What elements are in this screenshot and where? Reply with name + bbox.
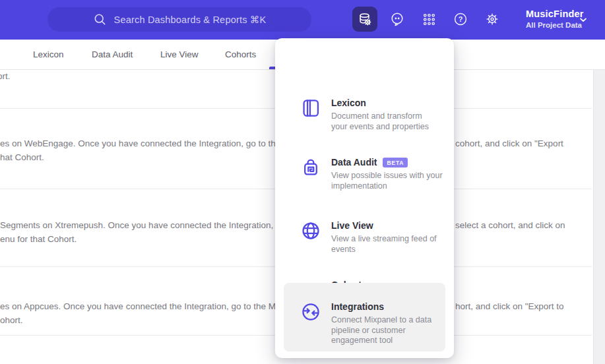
svg-text:?: ? bbox=[459, 15, 463, 23]
content-row-4-text-left: es on Appcues. Once you have connected t… bbox=[0, 301, 276, 311]
data-management-button[interactable] bbox=[352, 7, 377, 32]
menu-item-title: Live View bbox=[331, 220, 451, 231]
content-row-2-text-right: cohort, and click on "Export bbox=[455, 138, 563, 148]
data-audit-lock-icon bbox=[300, 157, 321, 178]
content-row-3-text-left: Segments on Xtremepush. Once you have co… bbox=[0, 220, 273, 230]
chevron-down-icon[interactable] bbox=[578, 15, 589, 25]
search-placeholder: Search Dashboards & Reports ⌘K bbox=[114, 15, 267, 25]
search-input[interactable]: Search Dashboards & Reports ⌘K bbox=[48, 7, 311, 32]
vertical-scrollbar[interactable] bbox=[593, 70, 605, 364]
content-row-3-text-line2: enu for that Cohort. bbox=[0, 234, 77, 244]
data-management-dropdown: Lexicon Document and transform your even… bbox=[275, 38, 454, 358]
search-icon bbox=[93, 13, 107, 26]
feedback-chat-icon bbox=[389, 11, 405, 27]
menu-item-desc: pipeline or customer bbox=[331, 326, 442, 336]
data-management-icon bbox=[357, 11, 373, 27]
feedback-button[interactable] bbox=[385, 7, 410, 32]
project-selector[interactable]: MusicFinder All Project Data bbox=[526, 9, 584, 29]
menu-item-desc: View possible issues with your bbox=[331, 171, 451, 181]
settings-gear-icon bbox=[484, 11, 500, 27]
content-row-2-text-left: es on WebEngage. Once you have connected… bbox=[0, 138, 280, 148]
menu-item-title: Integrations bbox=[331, 301, 442, 312]
content-row-4-text-right: hort, and click on "Export to bbox=[455, 301, 564, 311]
tab-lexicon[interactable]: Lexicon bbox=[33, 49, 64, 59]
tab-data-audit[interactable]: Data Audit bbox=[92, 49, 133, 59]
content-row-2-text-line2: hat Cohort. bbox=[0, 152, 44, 162]
help-icon: ? bbox=[453, 11, 468, 27]
menu-item-desc: implementation bbox=[331, 181, 451, 192]
project-name: MusicFinder bbox=[526, 9, 584, 19]
menu-item-desc: events bbox=[331, 245, 451, 255]
menu-item-desc: Connect Mixpanel to a data bbox=[331, 315, 442, 326]
menu-item-desc: View a live streaming feed of bbox=[331, 234, 451, 245]
content-row-4-text-line2: ohort. bbox=[0, 315, 23, 325]
tab-live-view[interactable]: Live View bbox=[160, 49, 199, 59]
content-row-1-text: ort. bbox=[0, 71, 11, 81]
menu-item-desc: engagement tool bbox=[331, 336, 442, 346]
menu-item-title: Lexicon bbox=[331, 98, 451, 108]
menu-item-title: Data Audit bbox=[331, 157, 377, 167]
menu-item-desc: Document and transform bbox=[331, 111, 451, 122]
apps-grid-button[interactable] bbox=[416, 7, 441, 32]
live-view-globe-icon bbox=[300, 220, 321, 241]
tab-cohorts[interactable]: Cohorts bbox=[225, 49, 256, 59]
content-row-3-text-right: select a cohort, and click on bbox=[455, 220, 565, 230]
settings-button[interactable] bbox=[480, 7, 505, 32]
menu-item-integrations[interactable]: Integrations Connect Mixpanel to a data … bbox=[284, 283, 445, 351]
top-bar: Search Dashboards & Reports ⌘K bbox=[0, 0, 605, 40]
integrations-sync-icon bbox=[300, 301, 321, 322]
help-button[interactable]: ? bbox=[448, 7, 473, 32]
project-scope: All Project Data bbox=[526, 21, 584, 29]
beta-badge: BETA bbox=[383, 158, 408, 167]
app-window: ort. es on WebEngage. Once you have conn… bbox=[0, 0, 605, 364]
menu-item-desc: your events and properties bbox=[331, 122, 451, 133]
lexicon-book-icon bbox=[300, 98, 321, 119]
apps-grid-icon bbox=[422, 12, 437, 27]
